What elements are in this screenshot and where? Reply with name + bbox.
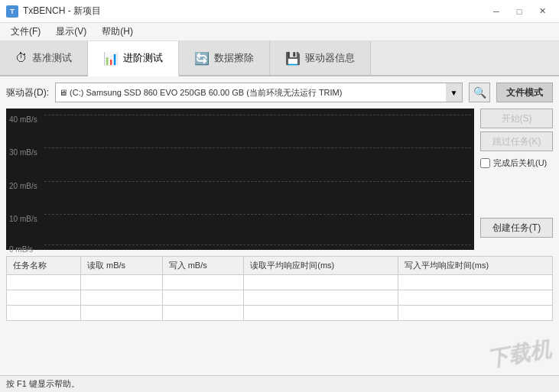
status-text: 按 F1 键显示帮助。 [6,378,80,390]
menu-file[interactable]: 文件(F) [3,23,48,41]
tab-advanced-label: 进阶测试 [123,51,163,65]
chart-grid: 40 mB/s 30 mB/s 20 mB/s 10 mB/s 0 mB/s [44,115,471,247]
create-task-button[interactable]: 创建任务(T) [480,218,553,238]
chart-label-0mbs: 0 mB/s [9,245,33,254]
shutdown-label: 完成后关机(U) [493,157,547,169]
right-controls: 开始(S) 跳过任务(K) 完成后关机(U) 创建任务(T) [480,109,553,250]
table-row [7,306,553,321]
tab-erase[interactable]: 🔄 数据擦除 [179,41,270,75]
shutdown-checkbox[interactable] [480,158,490,168]
menu-help[interactable]: 帮助(H) [94,23,141,41]
basic-test-icon: ⏱ [15,51,28,65]
tab-driver-label: 驱动器信息 [305,51,355,65]
gridline-0: 0 mB/s [44,245,471,245]
gridline-40: 40 mB/s [44,115,471,115]
main-content: 驱动器(D): 🖥 (C:) Samsung SSD 860 EVO 250GB… [0,76,559,375]
col-task-name: 任务名称 [7,257,81,275]
task-table-header: 任务名称 读取 mB/s 写入 mB/s 读取平均响应时间(ms) 写入平均响应… [7,257,553,275]
drive-select-container: 🖥 (C:) Samsung SSD 860 EVO 250GB 60.00 G… [55,83,463,102]
task-table: 任务名称 读取 mB/s 写入 mB/s 读取平均响应时间(ms) 写入平均响应… [6,256,553,321]
tab-driver-info[interactable]: 💾 驱动器信息 [270,41,371,75]
file-mode-button[interactable]: 文件模式 [496,83,553,102]
gridline-20: 20 mB/s [44,181,471,182]
chart-controls-area: 40 mB/s 30 mB/s 20 mB/s 10 mB/s 0 mB/s 开… [6,109,553,250]
close-button[interactable]: ✕ [531,3,553,20]
app-icon: T [6,5,18,18]
task-table-container: 任务名称 读取 mB/s 写入 mB/s 读取平均响应时间(ms) 写入平均响应… [6,256,553,321]
performance-chart: 40 mB/s 30 mB/s 20 mB/s 10 mB/s 0 mB/s [6,109,474,250]
skip-task-button[interactable]: 跳过任务(K) [480,131,553,151]
tab-basic-label: 基准测试 [32,51,72,65]
shutdown-checkbox-row: 完成后关机(U) [480,157,553,169]
col-write-mbs: 写入 mB/s [162,257,244,275]
minimize-button[interactable]: ─ [486,3,507,20]
table-row [7,275,553,290]
gridline-10: 10 mB/s [44,214,471,215]
driver-info-icon: 💾 [285,51,301,66]
table-row [7,290,553,306]
table-header-row: 任务名称 读取 mB/s 写入 mB/s 读取平均响应时间(ms) 写入平均响应… [7,257,553,275]
title-bar: T TxBENCH - 新项目 ─ □ ✕ [0,0,559,23]
start-button[interactable]: 开始(S) [480,109,553,128]
menu-view[interactable]: 显示(V) [48,23,94,41]
tab-advanced[interactable]: 📊 进阶测试 [88,41,179,76]
title-text: TxBENCH - 新项目 [23,5,101,18]
drive-label: 驱动器(D): [6,86,49,99]
refresh-button[interactable]: 🔍 [469,83,490,102]
col-read-mbs: 读取 mB/s [80,257,162,275]
maximize-button[interactable]: □ [509,3,530,20]
erase-icon: 🔄 [194,51,210,66]
title-bar-left: T TxBENCH - 新项目 [6,5,101,18]
gridline-30: 30 mB/s [44,147,471,148]
chart-label-10mbs: 10 mB/s [9,215,37,223]
chart-label-40mbs: 40 mB/s [9,115,37,124]
tab-bar: ⏱ 基准测试 📊 进阶测试 🔄 数据擦除 💾 驱动器信息 [0,41,559,76]
chart-label-30mbs: 30 mB/s [9,148,37,157]
menu-bar: 文件(F) 显示(V) 帮助(H) [0,23,559,41]
col-write-latency: 写入平均响应时间(ms) [398,257,553,275]
tab-erase-label: 数据擦除 [214,51,254,65]
status-bar: 按 F1 键显示帮助。 [0,375,559,392]
col-read-latency: 读取平均响应时间(ms) [244,257,398,275]
chart-label-20mbs: 20 mB/s [9,182,37,190]
drive-selector-row: 驱动器(D): 🖥 (C:) Samsung SSD 860 EVO 250GB… [6,83,553,102]
drive-dropdown[interactable]: 🖥 (C:) Samsung SSD 860 EVO 250GB 60.00 G… [55,83,463,102]
task-table-body [7,275,553,321]
tab-basic[interactable]: ⏱ 基准测试 [0,41,88,75]
window-controls: ─ □ ✕ [486,3,553,20]
advanced-test-icon: 📊 [103,51,119,66]
